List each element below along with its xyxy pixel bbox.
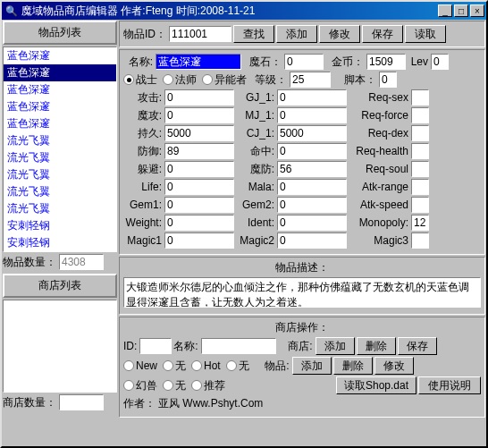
- shop-listbox[interactable]: [3, 300, 117, 393]
- class-mage-radio[interactable]: 法师: [163, 72, 197, 88]
- edit-button[interactable]: 修改: [319, 25, 360, 43]
- shop-count-field[interactable]: [59, 394, 104, 410]
- magic2-field[interactable]: [277, 232, 347, 249]
- shop-list-header: 商店列表: [3, 274, 117, 298]
- list-item[interactable]: 蓝色深邃: [4, 64, 116, 81]
- shop-del-button[interactable]: 删除: [357, 337, 396, 355]
- maximize-button[interactable]: □: [454, 4, 468, 17]
- gem2-field[interactable]: [277, 197, 347, 213]
- titlebar: 🔍 魔域物品商店编辑器 作者:Fteng 时间:2008-11-21 _ □ ×: [2, 2, 486, 20]
- lev-field[interactable]: [431, 54, 449, 70]
- shop-id-field[interactable]: [139, 338, 172, 354]
- gold-field[interactable]: [366, 54, 406, 70]
- add-button[interactable]: 添加: [276, 25, 317, 43]
- item-edit-button[interactable]: 修改: [374, 357, 414, 375]
- shopops-header: 商店操作：: [123, 320, 481, 335]
- list-item[interactable]: 蓝色深邃: [4, 47, 116, 64]
- save-button[interactable]: 保存: [362, 25, 403, 43]
- list-item[interactable]: 流光飞翼: [4, 200, 116, 217]
- none3-radio[interactable]: 无: [163, 378, 186, 393]
- class-other-radio[interactable]: 异能者: [202, 72, 247, 88]
- gem1-field[interactable]: [164, 197, 234, 213]
- list-item[interactable]: 流光飞翼: [4, 132, 116, 149]
- none1-radio[interactable]: 无: [163, 359, 186, 374]
- desc-textarea[interactable]: [123, 277, 481, 308]
- list-item[interactable]: 蓝色深邃: [4, 115, 116, 132]
- atk-field[interactable]: [164, 89, 234, 106]
- level-field[interactable]: [290, 72, 331, 88]
- author-text: 亚风 Www.Pshyt.Com: [158, 396, 263, 411]
- item-listbox[interactable]: 蓝色深邃蓝色深邃蓝色深邃蓝色深邃蓝色深邃流光飞翼流光飞翼流光飞翼流光飞翼流光飞翼…: [3, 46, 117, 252]
- app-icon: 🔍: [5, 5, 18, 17]
- item-count-label: 物品数量：: [3, 255, 57, 270]
- item-id-label: 物品ID：: [123, 27, 167, 42]
- mdef-field[interactable]: [277, 161, 347, 177]
- close-button[interactable]: ×: [470, 4, 484, 17]
- hit-field[interactable]: [277, 143, 347, 159]
- recommend-radio[interactable]: 推荐: [191, 378, 225, 393]
- item-add-button[interactable]: 添加: [292, 357, 332, 375]
- ident-field[interactable]: [277, 215, 347, 231]
- list-item[interactable]: 流光飞翼: [4, 183, 116, 200]
- none2-radio[interactable]: 无: [226, 359, 249, 374]
- list-item[interactable]: 安刺轻钢: [4, 251, 116, 252]
- dodge-field[interactable]: [164, 161, 234, 177]
- desc-header: 物品描述：: [123, 260, 481, 275]
- window-title: 魔域物品商店编辑器 作者:Fteng 时间:2008-11-21: [21, 4, 438, 19]
- def-field[interactable]: [164, 143, 234, 159]
- minimize-button[interactable]: _: [438, 4, 452, 17]
- monopoly-field[interactable]: [411, 215, 429, 231]
- item-count-field: [59, 254, 104, 270]
- list-item[interactable]: 流光飞翼: [4, 166, 116, 183]
- mala-field[interactable]: [277, 179, 347, 195]
- weight-field[interactable]: [164, 215, 234, 231]
- list-item[interactable]: 蓝色深邃: [4, 98, 116, 115]
- class-warrior-radio[interactable]: 战士: [123, 72, 157, 88]
- atkspeed-field[interactable]: [411, 197, 429, 213]
- read-shop-button[interactable]: 读取Shop.dat: [336, 376, 416, 394]
- reqforce-field[interactable]: [411, 107, 429, 123]
- reqsex-field[interactable]: [411, 89, 429, 106]
- moshi-field[interactable]: [284, 54, 324, 70]
- dur-field[interactable]: [164, 125, 234, 141]
- reqdex-field[interactable]: [411, 125, 429, 141]
- find-button[interactable]: 查找: [233, 25, 274, 43]
- mj1-field[interactable]: [277, 107, 347, 123]
- fantasy-radio[interactable]: 幻兽: [123, 378, 157, 393]
- shop-add-button[interactable]: 添加: [316, 337, 355, 355]
- reqhealth-field[interactable]: [411, 143, 429, 159]
- name-field[interactable]: [156, 54, 241, 70]
- list-item[interactable]: 安刺轻钢: [4, 217, 116, 234]
- read-button[interactable]: 读取: [405, 25, 446, 43]
- magic3-field[interactable]: [411, 232, 429, 249]
- item-list-header: 物品列表: [3, 21, 117, 45]
- matk-field[interactable]: [164, 107, 234, 123]
- reqsoul-field[interactable]: [411, 161, 429, 177]
- shop-save-button[interactable]: 保存: [398, 337, 437, 355]
- magic1-field[interactable]: [164, 232, 234, 249]
- item-id-field[interactable]: [169, 26, 231, 42]
- life-field[interactable]: [164, 179, 234, 195]
- script-field[interactable]: [379, 72, 397, 88]
- item-del-button[interactable]: 删除: [333, 357, 373, 375]
- hot-radio[interactable]: Hot: [191, 359, 221, 372]
- list-item[interactable]: 蓝色深邃: [4, 81, 116, 98]
- shop-count-label: 商店数量：: [3, 395, 57, 410]
- gj1-field[interactable]: [277, 89, 347, 106]
- atkrange-field[interactable]: [411, 179, 429, 195]
- list-item[interactable]: 安刺轻钢: [4, 234, 116, 251]
- shop-name-field[interactable]: [201, 338, 276, 354]
- item-form: 名称: 魔石： 金币： Lev 战士 法师 异能者 等级： 脚本： 攻击:GJ_…: [119, 49, 485, 255]
- cj1-field[interactable]: [277, 125, 347, 141]
- new-radio[interactable]: New: [123, 359, 157, 372]
- list-item[interactable]: 流光飞翼: [4, 149, 116, 166]
- help-button[interactable]: 使用说明: [418, 376, 481, 394]
